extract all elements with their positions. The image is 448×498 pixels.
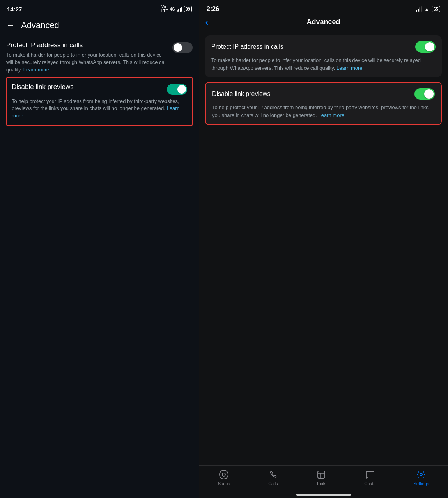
ios-highlight-inner: Disable link previews To help protect yo… [206,83,441,124]
tab-item-calls[interactable]: Calls [268,470,278,486]
android-time: 14:27 [7,6,22,12]
android-status-bar: 14:27 VoLTE 4G 99 [0,0,199,16]
android-protect-ip-toggle[interactable] [172,42,193,53]
android-disable-link-previews-desc: To help protect your IP address from bei… [12,98,187,120]
tools-icon [316,470,326,480]
ios-setting-protect-ip-row: Protect IP address in calls [211,41,436,53]
ios-status-bar: 2:26 ▲ 65 [199,0,448,15]
android-back-button[interactable]: ← [6,20,15,30]
ios-protect-ip-toggle[interactable] [415,41,436,53]
ios-card-protect-ip: Protect IP address in calls To make it h… [205,35,442,77]
ios-disable-link-previews-toggle[interactable] [414,88,435,100]
svg-point-1 [222,473,225,476]
ios-home-indicator [296,494,351,496]
ios-content: Protect IP address in calls To make it h… [199,32,448,252]
ios-protect-ip-learn-more[interactable]: Learn more [336,65,362,71]
ios-disable-link-previews-desc: To help protect your IP address from bei… [212,104,435,119]
android-protect-ip-title: Protect IP address in calls [6,41,168,49]
tab-item-chats[interactable]: Chats [364,470,375,486]
svg-point-5 [420,473,422,476]
status-icon [219,470,229,480]
android-setting-protect-ip-text: Protect IP address in calls To make it h… [6,41,172,74]
ios-time: 2:26 [207,5,219,12]
android-disable-link-previews-title: Disable link previews [12,83,162,91]
ios-back-button[interactable]: ‹ [205,16,209,28]
tab-label-chats: Chats [364,481,375,486]
android-highlight-box: Disable link previews To help protect yo… [6,77,193,126]
android-signal-icon: VoLTE [161,5,168,13]
tab-label-calls: Calls [268,481,278,486]
chats-icon [365,470,375,480]
ios-panel: 2:26 ▲ 65 ‹ Advanced Protect IP address … [199,0,448,498]
tab-item-status[interactable]: Status [218,470,230,486]
ios-protect-ip-title: Protect IP address in calls [211,43,283,50]
android-status-icons: VoLTE 4G 99 [161,5,192,13]
tab-label-status: Status [218,481,230,486]
android-battery: 99 [184,6,192,12]
android-disable-link-previews-text: Disable link previews [12,83,167,93]
android-panel: 14:27 VoLTE 4G 99 ← Advanced Protect IP … [0,0,199,498]
android-setting-disable-link-previews: Disable link previews [12,83,187,95]
android-signal-bars [177,7,182,12]
android-disable-link-previews-toggle[interactable] [167,84,187,95]
android-protect-ip-learn-more[interactable]: Learn more [23,67,49,73]
ios-battery: 65 [432,6,440,12]
android-4g-icon: 4G [170,7,175,11]
calls-icon [268,470,278,480]
ios-header: ‹ Advanced [199,15,448,32]
ios-content-spacer [199,252,448,465]
ios-status-icons: ▲ 65 [416,6,440,12]
ios-page-title: Advanced [306,18,340,26]
android-content: Protect IP address in calls To make it h… [0,37,199,498]
android-header: ← Advanced [0,16,199,37]
svg-point-0 [220,470,228,479]
ios-disable-link-previews-learn-more[interactable]: Learn more [318,112,344,118]
android-protect-ip-desc: To make it harder for people to infer yo… [6,51,168,74]
tab-label-tools: Tools [316,481,326,486]
ios-protect-ip-desc: To make it harder for people to infer yo… [211,57,436,72]
android-setting-protect-ip: Protect IP address in calls To make it h… [6,41,193,74]
tab-item-tools[interactable]: Tools [316,470,326,486]
tab-label-settings: Settings [413,481,429,486]
tab-item-settings[interactable]: Settings [413,470,429,486]
ios-highlight-box: Disable link previews To help protect yo… [205,82,442,125]
ios-tab-bar: Status Calls Tools Chats [199,465,448,494]
settings-icon [416,470,426,480]
ios-wifi-icon: ▲ [424,6,429,12]
ios-setting-disable-link-previews-row: Disable link previews [212,88,435,100]
svg-rect-2 [318,471,325,478]
ios-signal-bars [416,7,422,12]
ios-disable-link-previews-title: Disable link previews [212,90,270,97]
android-page-title: Advanced [21,20,59,30]
